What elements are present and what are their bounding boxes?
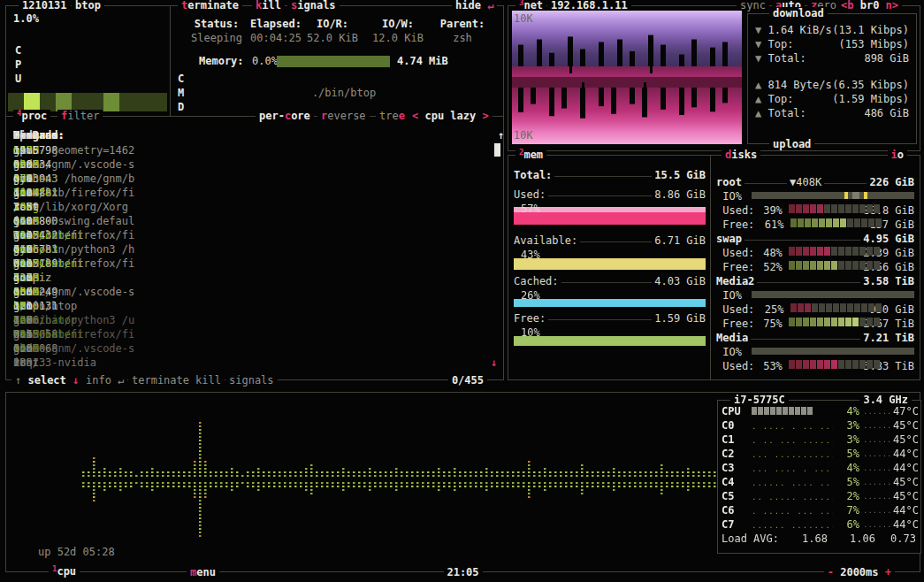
disk-meter bbox=[789, 318, 863, 326]
net-graph bbox=[512, 11, 742, 144]
disk-meter-block bbox=[854, 218, 860, 227]
table-row[interactable]: 1000068node/home/gnm/.vscode-s11gnm145M0… bbox=[13, 341, 498, 356]
scrollbar-thumb[interactable] bbox=[494, 143, 500, 157]
table-row[interactable]: 1891irq/33-nvidia1root0B2.5 bbox=[13, 356, 498, 370]
load-avg-value: 1.68 bbox=[796, 532, 828, 546]
select-buttons[interactable]: ↑ select ↓ bbox=[11, 374, 82, 387]
process-count: 0/455 bbox=[448, 374, 487, 387]
sort-selector[interactable]: < cpu lazy > bbox=[409, 110, 493, 122]
disk-meter-block bbox=[831, 360, 837, 369]
mem-gauge-bar bbox=[514, 212, 706, 225]
terminate-button[interactable]: terminate bbox=[178, 0, 242, 11]
kill-footer-button[interactable]: kill bbox=[192, 374, 225, 387]
disk-meter-block bbox=[867, 360, 873, 369]
mini-graph-bar bbox=[119, 93, 135, 111]
disk-used-percent: 53% bbox=[761, 359, 783, 373]
core-temp: 44°C bbox=[889, 517, 919, 532]
update-interval-control[interactable]: - 2000ms + bbox=[824, 566, 895, 578]
table-row[interactable]: 3145058Web Content/usr/lib/firefox/fi28g… bbox=[13, 327, 498, 341]
filter-button[interactable]: filter bbox=[57, 110, 103, 122]
disk-used-label: Used: bbox=[716, 203, 761, 218]
cpu-box: up 52d 05:28 i7-5775C 3.4 GHz CPU4%.....… bbox=[5, 392, 920, 572]
disk-meter-block bbox=[859, 247, 866, 256]
disk-io-bar bbox=[752, 348, 914, 355]
table-row[interactable]: 1186798mpvmpv --geometry=146215gnm547M19… bbox=[13, 143, 498, 157]
disk-meter-block bbox=[868, 218, 874, 227]
cmd-vertical-label-d: D bbox=[178, 100, 184, 114]
table-row[interactable]: 474394python3python3 /home/gnm/b3gnm16M0… bbox=[13, 172, 498, 186]
table-row[interactable]: 7286terminator/usr/bin/python3 /u4gnm56M… bbox=[13, 313, 498, 327]
core-temp: 44°C bbox=[889, 461, 919, 475]
memory-box: 2mem Total: 15.5 GiB Used:8.86 GiB57%Ava… bbox=[508, 155, 712, 380]
table-row[interactable]: 999834node/home/gnm/.vscode-s12gnm309M0.… bbox=[13, 157, 498, 172]
disk-meter-block bbox=[824, 247, 830, 256]
table-row[interactable]: 1639Xorg/usr/lib/xorg/Xorg2root79M3.5 bbox=[13, 200, 498, 214]
signals-button[interactable]: signals bbox=[287, 0, 340, 11]
kill-button[interactable]: kill bbox=[252, 0, 285, 11]
disk-meter-block bbox=[810, 318, 816, 326]
disk-meter-block bbox=[852, 318, 859, 326]
disk-meter-block bbox=[810, 204, 816, 213]
net-info-label: Total: bbox=[767, 106, 806, 120]
reverse-toggle[interactable]: reverse bbox=[317, 110, 370, 122]
scroll-down-arrow[interactable]: ↓ bbox=[491, 356, 497, 370]
btop-app: { "app": {"name": "btop"}, "colors": {"a… bbox=[0, 0, 924, 582]
disk-used-row: Used: 48% 2.39 GiB bbox=[716, 246, 914, 260]
cpu-meter-block bbox=[770, 407, 775, 415]
disk-name: Media bbox=[716, 331, 748, 345]
tab-proc[interactable]: 4proc bbox=[13, 110, 50, 123]
disk-name: Media2 bbox=[716, 274, 754, 288]
table-row[interactable]: 1186781python3/usr/bin/python3 /h4gnm76M… bbox=[13, 242, 498, 257]
disk-meter-block bbox=[796, 261, 802, 270]
load-avg-value: 1.06 bbox=[844, 532, 875, 546]
disk-meter-block bbox=[833, 218, 839, 227]
disk-size: 4.95 GiB bbox=[863, 232, 914, 246]
disk-meter-block bbox=[810, 261, 816, 270]
table-row[interactable]: 1186800javajava -Dswing.defaul66gnm621M0… bbox=[13, 214, 498, 228]
tab-cpu[interactable]: 1cpu bbox=[49, 565, 80, 578]
table-row[interactable]: 3145432Web Content/usr/lib/firefox/fi30g… bbox=[13, 228, 498, 242]
disk-meter-block bbox=[840, 303, 846, 312]
info-button[interactable]: info ↵ bbox=[82, 374, 127, 387]
disk-free-row: Free: 75% 2.67 TiB bbox=[716, 317, 914, 331]
mini-graph-bar bbox=[88, 93, 103, 111]
upload-arrow-icon: ▲ bbox=[755, 106, 767, 120]
table-row[interactable]: 1000249node/home/gnm/.vscode-s15gnm585M0… bbox=[13, 285, 498, 299]
disk-meter-block bbox=[874, 360, 880, 369]
mem-gauge-bar bbox=[514, 299, 706, 307]
mem-gauge-row: Available:6.71 GiB bbox=[514, 234, 706, 248]
tree-toggle[interactable]: tree bbox=[376, 110, 409, 122]
io-mode-button[interactable]: io bbox=[888, 149, 907, 161]
table-row[interactable]: 3145189Web Content/usr/lib/firefox/fi30g… bbox=[13, 257, 498, 271]
per-core-toggle[interactable]: per-core bbox=[256, 110, 314, 122]
table-row[interactable]: 3144881firefox/usr/lib/firefox/fi143gnm7… bbox=[13, 186, 498, 200]
table-row[interactable]: 1210131btop./bin/btop3gnm5M1.0 bbox=[13, 299, 498, 313]
disk-free-row: Free: 61% 137 GiB bbox=[716, 218, 914, 232]
menu-button[interactable]: menu bbox=[187, 566, 219, 578]
disk-meter-block bbox=[852, 261, 859, 270]
disk-meter-block bbox=[817, 204, 823, 213]
col-cpu[interactable]: Cpu% bbox=[13, 128, 39, 142]
mem-gauge-percent: 57% bbox=[521, 202, 540, 216]
net-info-value: (6.35 Kibps) bbox=[832, 78, 909, 92]
terminate-footer-button[interactable]: terminate bbox=[128, 374, 193, 387]
interface-selector[interactable]: <b br0 n> bbox=[837, 0, 902, 11]
net-info-row: ▲ Total:486 GiB bbox=[755, 106, 909, 120]
core-row: C1. .. ... ...... .3%..........45°C bbox=[722, 433, 917, 447]
scroll-up-arrow[interactable]: ↑ bbox=[498, 128, 504, 142]
hide-button[interactable]: hide ↵ bbox=[452, 0, 497, 11]
tab-mem[interactable]: 2mem bbox=[515, 149, 546, 162]
mini-graph-bar bbox=[72, 93, 88, 111]
disk-meter-block bbox=[859, 261, 866, 270]
core-graph-dots: . .... . .. ..... bbox=[752, 419, 833, 433]
table-row[interactable]: 7378compizcompiz4gnm114M5.0 bbox=[13, 271, 498, 285]
disk-meter-block bbox=[803, 318, 809, 326]
disk-meter-block bbox=[796, 318, 802, 326]
net-info-row: ▲ 814 Byte/s(6.35 Kibps) bbox=[755, 78, 909, 92]
net-info-label: Top: bbox=[767, 37, 793, 51]
signals-footer-button[interactable]: signals bbox=[225, 374, 278, 387]
disk-meter bbox=[789, 261, 863, 270]
disk-meter-block bbox=[845, 247, 851, 256]
disk-meter-block bbox=[789, 360, 795, 369]
disk-meter-block bbox=[838, 261, 844, 270]
